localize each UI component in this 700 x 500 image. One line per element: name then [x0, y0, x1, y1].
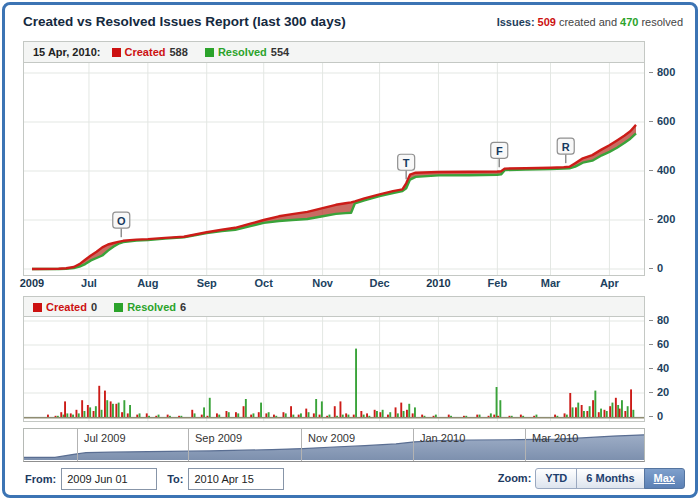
bar-created	[493, 415, 495, 417]
bar-created	[243, 406, 245, 417]
y-tick-label: 600	[649, 115, 687, 127]
issues-created-count: 509	[538, 16, 556, 28]
legend-resolved-label: Resolved	[218, 46, 267, 58]
bar-created	[290, 406, 292, 417]
bar-created	[476, 415, 478, 417]
daily-resolved-label: Resolved	[127, 301, 176, 313]
version-marker-R[interactable]: R	[557, 138, 574, 163]
svg-text:F: F	[496, 145, 503, 157]
bar-created	[421, 415, 423, 417]
daily-chart: Created0 Resolved6 020406080	[23, 296, 687, 426]
x-tick-label: Jul	[67, 277, 111, 289]
zoom-max-button[interactable]: Max	[644, 468, 685, 489]
y-tick-label: 40	[649, 362, 687, 374]
bar-resolved	[66, 413, 68, 417]
bar-created	[433, 416, 435, 417]
bar-resolved	[72, 415, 74, 417]
x-tick-label: 2010	[416, 277, 460, 289]
bar-resolved	[106, 400, 108, 417]
version-marker-O[interactable]: O	[113, 212, 130, 237]
to-input[interactable]	[188, 468, 284, 490]
bar-created	[575, 407, 577, 417]
bar-created	[569, 393, 571, 417]
bar-resolved	[589, 406, 591, 417]
bar-resolved	[253, 413, 255, 417]
bar-created	[273, 415, 275, 417]
nav-separator	[301, 429, 302, 461]
legend-created-value: 588	[170, 46, 188, 58]
bar-created	[313, 413, 315, 417]
bar-created	[60, 412, 62, 417]
issues-summary-label: Issues:	[497, 16, 535, 28]
daily-chart-legend: Created0 Resolved6	[23, 296, 645, 318]
bar-resolved	[342, 415, 344, 417]
bar-created	[509, 416, 511, 417]
bar-created	[619, 409, 621, 417]
x-tick-label: 2009	[10, 277, 54, 289]
bar-created	[592, 400, 594, 417]
bar-resolved	[169, 416, 171, 417]
bar-resolved	[600, 409, 602, 417]
bar-created	[340, 401, 342, 417]
bar-resolved	[583, 411, 585, 417]
bar-resolved	[78, 413, 80, 417]
svg-text:T: T	[403, 157, 410, 169]
x-tick-label: Dec	[358, 277, 402, 289]
date-range-controls: From:To:	[25, 468, 294, 490]
y-tick-label: 60	[649, 338, 687, 350]
nav-separator	[413, 429, 414, 461]
nav-label: Jul 2009	[84, 432, 126, 444]
bar-created	[121, 412, 123, 417]
bar-created	[395, 407, 397, 417]
bar-resolved	[84, 411, 86, 417]
bar-created	[374, 410, 376, 417]
y-tick-label: 400	[649, 164, 687, 176]
bar-created	[167, 415, 169, 417]
zoom-6months-button[interactable]: 6 Months	[576, 468, 644, 489]
bar-resolved	[465, 416, 467, 417]
bar-created	[207, 416, 209, 417]
bar-resolved	[148, 416, 150, 417]
bar-created	[250, 415, 252, 417]
x-tick-label: Apr	[587, 277, 631, 289]
issues-created-word: created and	[559, 16, 617, 28]
bar-resolved	[275, 416, 277, 417]
bar-resolved	[376, 411, 378, 417]
bar-resolved	[268, 412, 270, 417]
bar-resolved	[194, 413, 196, 417]
bar-created	[360, 411, 362, 417]
bar-created	[305, 409, 307, 417]
bar-created	[81, 400, 83, 417]
bar-resolved	[627, 406, 629, 417]
bar-created	[55, 416, 57, 417]
bar-created	[87, 405, 89, 417]
nav-separator	[525, 429, 526, 461]
bar-created	[146, 413, 148, 417]
from-input[interactable]	[61, 468, 157, 490]
bar-created	[624, 411, 626, 417]
bar-resolved	[363, 415, 365, 417]
x-tick-label: Sep	[185, 277, 229, 289]
issues-resolved-word: resolved	[641, 16, 683, 28]
bar-resolved	[348, 415, 350, 417]
bar-resolved	[95, 406, 97, 417]
timeline-navigator[interactable]: Jul 2009Sep 2009Nov 2009Jan 2010Mar 2010	[23, 428, 645, 462]
daily-resolved-value: 6	[180, 301, 186, 313]
svg-text:R: R	[562, 141, 570, 153]
bar-resolved	[245, 399, 247, 417]
bar-created	[334, 406, 336, 417]
main-plot-area[interactable]: OTFR	[23, 62, 645, 276]
bar-created	[298, 415, 300, 417]
bar-resolved	[118, 403, 120, 417]
legend-date: 15 Apr, 2010:	[33, 46, 100, 58]
zoom-ytd-button[interactable]: YTD	[535, 468, 577, 489]
bar-resolved	[209, 398, 211, 417]
main-chart-svg: OTFR	[24, 63, 644, 275]
bar-created	[497, 416, 499, 417]
daily-created-label: Created	[46, 301, 87, 313]
bar-resolved	[479, 415, 481, 417]
daily-plot-area[interactable]	[23, 316, 645, 422]
bar-resolved	[414, 407, 416, 417]
bar-resolved	[435, 415, 437, 417]
version-marker-F[interactable]: F	[491, 142, 508, 167]
